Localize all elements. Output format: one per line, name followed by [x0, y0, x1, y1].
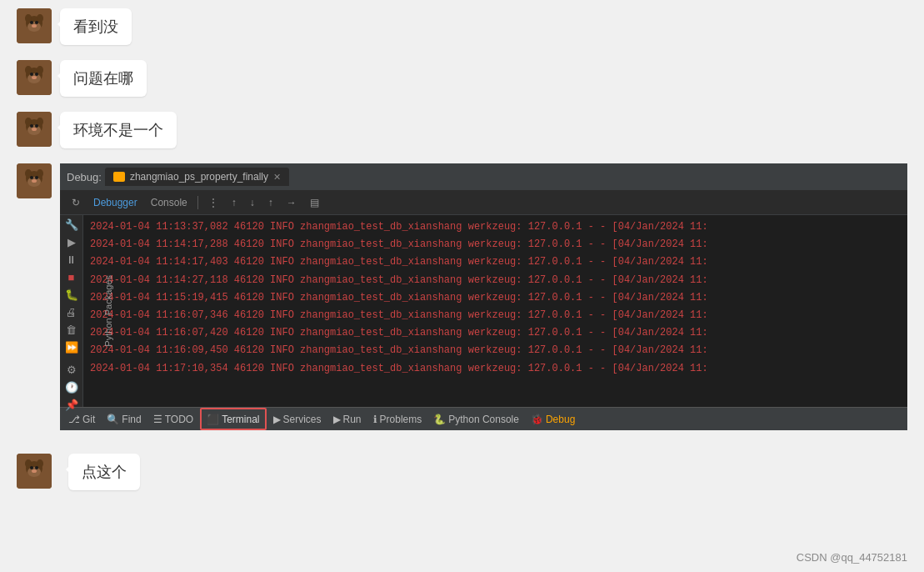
step-over-icon[interactable]: ↑: [227, 195, 242, 210]
tab-file-icon: [113, 172, 125, 182]
svg-point-14: [35, 73, 38, 76]
ide-tab-active[interactable]: zhangmiao_ps_property_finally ✕: [105, 168, 289, 186]
log-line: 2024-01-04 11:16:07,346 46120 INFO zhang…: [83, 307, 907, 324]
step-out-icon[interactable]: ↑: [263, 195, 278, 210]
bug-icon[interactable]: 🐛: [63, 289, 80, 301]
ide-status-bar: ⎇ Git 🔍 Find ☰ TODO ⬛ Terminal ▶ Serv: [60, 407, 907, 430]
log-line: 2024-01-04 11:14:27,118 46120 INFO zhang…: [83, 272, 907, 289]
problems-icon: ℹ: [373, 414, 377, 425]
svg-point-15: [32, 76, 37, 79]
debug-button[interactable]: 🐞 Debug: [526, 408, 580, 430]
ide-window: Debug: zhangmiao_ps_property_finally ✕ ↻…: [60, 163, 907, 430]
svg-point-31: [32, 179, 37, 183]
svg-point-23: [32, 128, 37, 131]
chat-message-1: 看到没: [17, 8, 907, 45]
git-button[interactable]: ⎇ Git: [63, 408, 100, 430]
ide-toolbar: ↻ Debugger Console ⋮ ↑ ↓ ↑ → ▤: [60, 190, 907, 215]
svg-point-13: [30, 73, 33, 76]
settings-icon[interactable]: ⋮: [203, 195, 223, 210]
svg-point-29: [30, 176, 33, 179]
step-into-icon[interactable]: ↓: [245, 195, 260, 210]
python-console-button[interactable]: 🐍 Python Console: [428, 408, 524, 430]
tab-filename: zhangmiao_ps_property_finally: [130, 171, 268, 183]
debug-icon: 🐞: [531, 414, 543, 425]
evaluate-icon[interactable]: ▤: [305, 195, 324, 210]
watermark: CSDN @qq_44752181: [797, 551, 907, 564]
wrench-icon[interactable]: 🔧: [63, 218, 80, 231]
svg-point-39: [32, 469, 37, 473]
log-line: 2024-01-04 11:16:07,420 46120 INFO zhang…: [83, 324, 907, 342]
services-icon: ▶: [273, 414, 281, 425]
log-line: 2024-01-04 11:14:17,403 46120 INFO zhang…: [83, 253, 907, 271]
message-bubble-1: 看到没: [60, 8, 132, 45]
ide-panel-message: Debug: zhangmiao_ps_property_finally ✕ ↻…: [17, 163, 907, 430]
trash-icon[interactable]: 🗑: [63, 324, 80, 336]
python-packages-sidebar: Python Packages: [78, 215, 97, 407]
clock-icon[interactable]: 🕐: [63, 381, 80, 394]
avatar-bottom: [17, 454, 52, 489]
svg-point-7: [32, 24, 37, 28]
pause-icon[interactable]: ⏸: [63, 253, 80, 266]
git-icon: ⎇: [68, 414, 80, 425]
log-line: 2024-01-04 11:15:19,415 46120 INFO zhang…: [83, 289, 907, 307]
chat-message-3: 环境不是一个: [17, 112, 907, 148]
problems-button[interactable]: ℹ Problems: [368, 408, 427, 430]
stop-icon[interactable]: ■: [63, 271, 80, 283]
log-line: 2024-01-04 11:14:17,288 46120 INFO zhang…: [83, 236, 907, 253]
fast-forward-icon[interactable]: ⏩: [63, 341, 80, 354]
gear-icon[interactable]: ⚙: [63, 364, 80, 376]
terminal-icon: ⬛: [207, 414, 219, 425]
svg-point-30: [35, 176, 38, 179]
toolbar-separator-1: [197, 196, 198, 209]
svg-point-21: [30, 124, 33, 128]
ide-log-area: 2024-01-04 11:13:37,082 46120 INFO zhang…: [83, 215, 907, 407]
todo-button[interactable]: ☰ TODO: [148, 408, 198, 430]
svg-point-38: [35, 466, 38, 469]
play-down-icon[interactable]: ▶: [63, 236, 80, 248]
tab-close-icon[interactable]: ✕: [273, 172, 281, 183]
ide-content-area: 🔧 ▶ ⏸ ■ 🐛 🖨 🗑 ⏩ ⚙ 🕐 📌 2024-01-04 11:13:3…: [60, 215, 907, 407]
log-line: 2024-01-04 11:16:09,450 46120 INFO zhang…: [83, 342, 907, 359]
list-icon: ☰: [153, 414, 162, 425]
message-bubble-3: 环境不是一个: [60, 112, 177, 148]
run-cursor-icon[interactable]: →: [282, 195, 302, 210]
find-button[interactable]: 🔍 Find: [102, 408, 146, 430]
ide-tab-bar: Debug: zhangmiao_ps_property_finally ✕: [60, 163, 907, 190]
print-icon[interactable]: 🖨: [63, 306, 80, 319]
console-tab[interactable]: Console: [146, 195, 192, 210]
debugger-tab[interactable]: Debugger: [88, 195, 142, 210]
python-icon: 🐍: [433, 414, 446, 425]
services-button[interactable]: ▶ Services: [268, 408, 327, 430]
svg-point-6: [35, 21, 38, 24]
run-button[interactable]: ▶ Run: [328, 408, 367, 430]
avatar-1: [17, 8, 52, 43]
svg-point-22: [35, 124, 38, 128]
avatar-2: [17, 60, 52, 95]
svg-point-37: [30, 466, 33, 469]
log-lines: 2024-01-04 11:13:37,082 46120 INFO zhang…: [83, 218, 907, 378]
run-icon: ▶: [333, 414, 341, 425]
refresh-icon[interactable]: ↻: [67, 195, 85, 210]
bottom-chat-message: 点这个: [0, 454, 924, 499]
avatar-ide: [17, 163, 52, 198]
chat-message-2: 问题在哪: [17, 60, 907, 97]
bottom-bubble: 点这个: [68, 454, 140, 490]
message-bubble-2: 问题在哪: [60, 60, 147, 97]
debug-label: Debug:: [67, 171, 102, 183]
avatar-3: [17, 112, 52, 147]
search-icon: 🔍: [107, 414, 119, 425]
svg-point-5: [30, 21, 33, 24]
log-line: 2024-01-04 11:17:10,354 46120 INFO zhang…: [83, 360, 907, 378]
terminal-button[interactable]: ⬛ Terminal: [200, 408, 266, 430]
log-line: 2024-01-04 11:13:37,082 46120 INFO zhang…: [83, 218, 907, 236]
